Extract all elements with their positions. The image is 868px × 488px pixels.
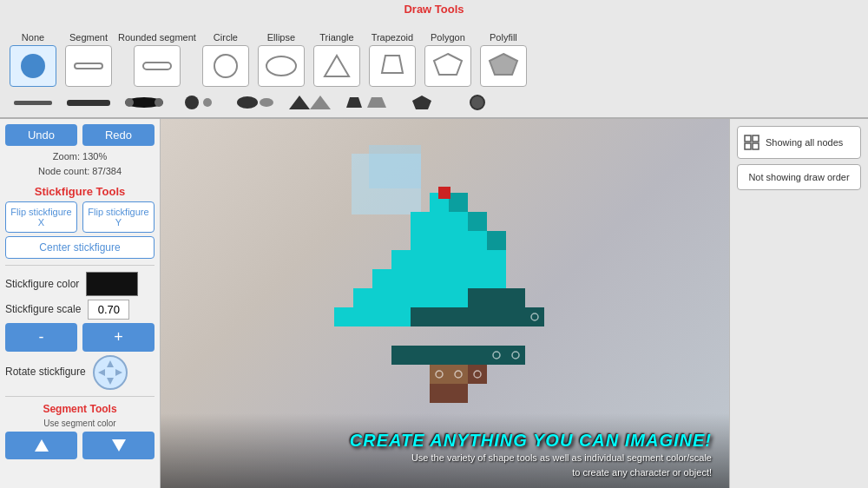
tool-trapezoid-box[interactable]: [369, 45, 416, 87]
svg-rect-57: [411, 288, 430, 307]
svg-rect-31: [430, 231, 449, 250]
tool-segment-box[interactable]: [65, 45, 112, 87]
color-swatch[interactable]: [86, 272, 138, 296]
svg-rect-73: [525, 307, 544, 326]
svg-rect-28: [411, 212, 430, 231]
left-panel: Undo Redo Zoom: 130% Node count: 87/384 …: [0, 119, 161, 488]
svg-marker-2: [434, 54, 462, 75]
overlay-subtext-1: Use the variety of shape tools as well a…: [178, 451, 712, 465]
svg-marker-13: [289, 96, 310, 109]
flip-x-button[interactable]: Flip stickfigure X: [5, 201, 77, 233]
tool-circle[interactable]: Circle: [200, 19, 252, 87]
svg-rect-4: [14, 101, 52, 105]
redo-button[interactable]: Redo: [82, 124, 155, 146]
tool-ellipse[interactable]: Ellipse: [255, 19, 307, 87]
svg-point-10: [203, 98, 212, 107]
svg-rect-56: [391, 288, 411, 307]
center-stickfigure-button[interactable]: Center stickfigure: [5, 236, 155, 259]
segment-up-button[interactable]: [5, 432, 77, 459]
tool-none-box[interactable]: [10, 45, 56, 87]
svg-rect-33: [449, 212, 468, 231]
tool-polyfill-label: Polyfill: [490, 19, 517, 43]
tool-polyfill-box[interactable]: [480, 45, 527, 87]
svg-rect-79: [391, 346, 411, 365]
tool-ellipse-box[interactable]: [258, 45, 305, 87]
rotate-dpad[interactable]: [93, 355, 128, 390]
circle-icon: [214, 54, 238, 78]
svg-rect-95: [745, 143, 751, 149]
tool-polygon[interactable]: Polygon: [422, 19, 474, 87]
svg-rect-62: [506, 288, 525, 307]
preview-polyfill: [451, 92, 503, 113]
polygon-icon: [432, 52, 464, 80]
tool-none-label: None: [22, 19, 44, 43]
showing-all-nodes-button[interactable]: Showing all nodes: [737, 126, 861, 159]
tool-triangle[interactable]: Triangle: [311, 19, 363, 87]
svg-rect-52: [449, 269, 468, 288]
rounded-segment-icon: [142, 62, 172, 70]
svg-rect-48: [372, 269, 391, 288]
svg-rect-36: [411, 250, 430, 269]
svg-marker-3: [490, 54, 517, 75]
preview-circle: [174, 92, 226, 113]
tool-segment[interactable]: Segment: [62, 19, 115, 87]
draw-order-button[interactable]: Not showing draw order: [737, 164, 861, 190]
undo-button[interactable]: Undo: [5, 124, 77, 146]
svg-rect-74: [430, 365, 449, 384]
tool-circle-label: Circle: [214, 19, 238, 43]
svg-rect-46: [468, 212, 487, 231]
tool-polyfill[interactable]: Polyfill: [477, 19, 529, 87]
plus-button[interactable]: +: [82, 323, 155, 352]
svg-marker-21: [98, 369, 105, 376]
svg-point-11: [237, 96, 258, 109]
preview-triangle: [285, 92, 337, 113]
color-row: Stickfigure color: [5, 272, 155, 296]
tool-triangle-box[interactable]: [313, 45, 360, 87]
polyfill-icon: [488, 52, 519, 80]
svg-rect-64: [353, 307, 372, 326]
overlay-subtext-2: to create any character or object!: [178, 465, 712, 480]
divider-2: [5, 396, 155, 397]
flip-y-button[interactable]: Flip stickfigure Y: [82, 201, 155, 233]
svg-point-12: [260, 98, 273, 107]
minus-button[interactable]: -: [5, 323, 77, 352]
canvas-overlay: CREATE ANYTHING YOU CAN IMAGINE! Use the…: [161, 413, 729, 488]
tool-trapezoid[interactable]: Trapezoid: [366, 19, 418, 87]
segment-icon: [74, 63, 103, 69]
svg-marker-0: [325, 56, 349, 76]
tool-triangle-label: Triangle: [319, 19, 353, 43]
draw-tools-row: None Segment Rounded segment Circle: [0, 16, 868, 90]
svg-rect-58: [430, 288, 449, 307]
canvas-area: CREATE ANYTHING YOU CAN IMAGINE! Use the…: [161, 119, 729, 488]
rotate-row: Rotate stickfigure: [5, 355, 155, 390]
tool-circle-box[interactable]: [202, 45, 249, 87]
tool-polygon-box[interactable]: [424, 45, 471, 87]
tool-none[interactable]: None: [7, 19, 59, 87]
svg-rect-50: [411, 269, 430, 288]
svg-rect-71: [487, 307, 506, 326]
svg-rect-80: [411, 346, 430, 365]
svg-rect-61: [487, 288, 506, 307]
arrow-down-icon: [111, 438, 127, 453]
svg-marker-22: [115, 369, 122, 376]
preview-rounded: [118, 92, 170, 113]
scale-label: Stickfigure scale: [5, 303, 81, 317]
tool-ellipse-label: Ellipse: [267, 19, 295, 43]
svg-rect-65: [372, 307, 391, 326]
svg-rect-53: [468, 269, 487, 288]
svg-point-7: [125, 98, 134, 107]
svg-rect-47: [487, 231, 506, 250]
tool-rounded-segment-box[interactable]: [134, 45, 181, 87]
segment-down-button[interactable]: [82, 432, 155, 459]
svg-rect-70: [468, 307, 487, 326]
tool-rounded-segment[interactable]: Rounded segment: [118, 19, 196, 87]
svg-rect-67: [411, 307, 430, 326]
svg-rect-76: [468, 365, 487, 384]
svg-marker-1: [382, 56, 403, 73]
svg-rect-72: [506, 307, 525, 326]
svg-rect-43: [487, 250, 506, 269]
svg-rect-49: [391, 269, 411, 288]
svg-rect-63: [334, 307, 353, 326]
svg-rect-92: [438, 187, 450, 199]
svg-rect-29: [430, 212, 449, 231]
